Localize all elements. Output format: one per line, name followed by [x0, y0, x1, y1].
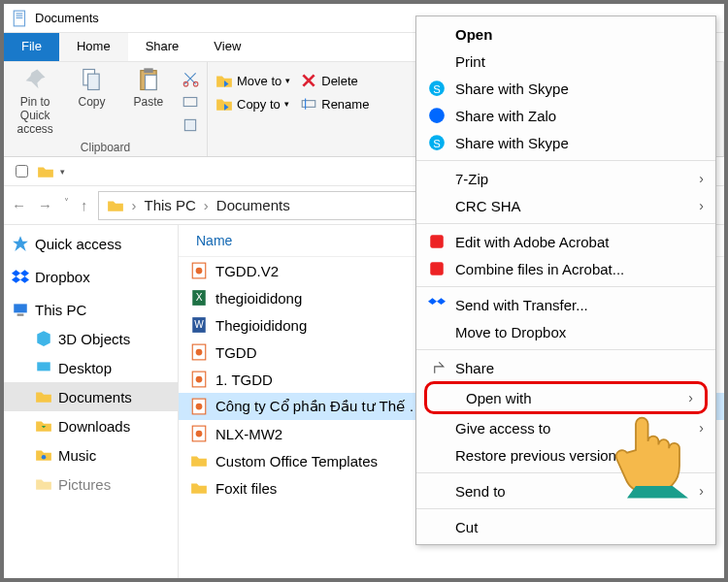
svg-rect-11 [183, 98, 197, 107]
svg-rect-8 [145, 75, 156, 89]
pin-to-quick-access-button[interactable]: Pin to Quick access [12, 66, 58, 136]
nav-recent-button[interactable]: ˅ [64, 197, 69, 213]
folder-icon [35, 388, 52, 405]
ctx-cut[interactable]: Cut [416, 513, 715, 540]
svg-point-20 [196, 268, 203, 275]
pin-icon [21, 66, 49, 93]
ctx-open[interactable]: Open [416, 20, 715, 48]
cut-icon[interactable] [182, 70, 199, 87]
chevron-right-icon: › [699, 483, 704, 499]
ribbon-group-clipboard-label: Clipboard [12, 141, 199, 154]
ctx-restore-previous[interactable]: Restore previous versions [416, 441, 715, 469]
paste-icon [135, 66, 162, 93]
context-menu: Open Print SShare with Skype Share with … [415, 16, 716, 545]
svg-point-18 [42, 455, 47, 460]
crumb-this-pc[interactable]: This PC [145, 197, 196, 213]
folder-icon [190, 452, 208, 469]
separator [416, 472, 715, 473]
pdf-icon [190, 371, 208, 388]
ctx-share-skype[interactable]: SShare with Skype [416, 75, 715, 102]
move-to-button[interactable]: Move to ▾ [215, 72, 290, 89]
sidebar-item-quick-access[interactable]: Quick access [4, 229, 178, 258]
delete-button[interactable]: Delete [300, 72, 369, 89]
svg-rect-3 [17, 16, 23, 17]
svg-rect-15 [14, 304, 27, 312]
svg-rect-12 [184, 119, 195, 130]
svg-rect-13 [303, 101, 316, 108]
rename-button[interactable]: Rename [300, 95, 369, 113]
folder-copy-icon [215, 95, 233, 113]
music-icon [35, 446, 52, 464]
ctx-crc-sha[interactable]: CRC SHA› [416, 192, 715, 219]
crumb-documents[interactable]: Documents [216, 197, 290, 213]
copy-path-icon[interactable] [182, 93, 199, 111]
chevron-right-icon: › [688, 390, 693, 405]
delete-icon [300, 72, 317, 89]
skype-icon: S [428, 80, 446, 97]
ctx-give-access-to[interactable]: Give access to› [416, 414, 715, 441]
ctx-send-to[interactable]: Send to› [416, 477, 715, 504]
pdf-icon [190, 343, 208, 361]
sidebar-item-this-pc[interactable]: This PC [4, 295, 178, 324]
copy-icon [78, 66, 105, 93]
paste-button[interactable]: Paste [125, 66, 172, 109]
star-icon [12, 235, 29, 252]
pdf-icon [190, 425, 208, 442]
pdf-icon [190, 398, 208, 415]
word-icon: W [190, 316, 208, 334]
separator [416, 223, 715, 224]
share-icon [428, 359, 446, 376]
separator [416, 349, 715, 350]
ctx-send-transfer[interactable]: Send with Transfer... [416, 291, 715, 318]
pdf-icon [190, 262, 208, 279]
svg-rect-2 [17, 15, 23, 16]
dropbox-icon [428, 296, 446, 313]
svg-rect-17 [37, 362, 50, 371]
chevron-right-icon: › [699, 420, 704, 436]
tab-file[interactable]: File [4, 33, 59, 61]
tab-view[interactable]: View [196, 33, 258, 61]
dropbox-icon [12, 268, 29, 285]
tab-share[interactable]: Share [128, 33, 197, 61]
ctx-edit-acrobat[interactable]: Edit with Adobe Acrobat [416, 228, 715, 255]
svg-rect-5 [88, 74, 100, 89]
sidebar-item-pictures[interactable]: Pictures [4, 469, 178, 499]
chevron-right-icon: › [699, 198, 704, 213]
ctx-move-dropbox[interactable]: Move to Dropbox [416, 318, 715, 345]
skype-icon: S [428, 134, 446, 151]
nav-back-button[interactable]: ← [12, 197, 26, 213]
acrobat-icon [428, 233, 446, 250]
sidebar-item-downloads[interactable]: Downloads [4, 411, 178, 440]
folder-icon [190, 479, 208, 497]
separator [416, 286, 715, 287]
ctx-combine-acrobat[interactable]: Combine files in Acrobat... [416, 255, 715, 282]
ctx-open-with[interactable]: Open with› [427, 384, 705, 411]
svg-rect-1 [17, 13, 23, 14]
rename-icon [300, 95, 317, 113]
download-icon [35, 417, 52, 435]
copy-button[interactable]: Copy [68, 66, 115, 109]
select-all-checkbox[interactable] [16, 165, 28, 178]
nav-forward-button[interactable]: → [38, 197, 52, 213]
sidebar-item-dropbox[interactable]: Dropbox [4, 262, 178, 291]
ctx-share-zalo[interactable]: Share with Zalo [416, 102, 715, 129]
svg-text:S: S [433, 83, 441, 95]
sidebar-item-desktop[interactable]: Desktop [4, 353, 178, 382]
ctx-share-skype[interactable]: SShare with Skype [416, 129, 715, 156]
svg-rect-38 [430, 235, 444, 248]
nav-up-button[interactable]: ↑ [81, 197, 88, 213]
zalo-icon [428, 107, 446, 124]
svg-point-32 [196, 431, 203, 437]
tab-home[interactable]: Home [59, 33, 128, 61]
ctx-share[interactable]: Share [416, 354, 715, 381]
desktop-icon [35, 359, 52, 376]
sidebar-item-music[interactable]: Music [4, 440, 178, 469]
app-icon [12, 10, 29, 27]
ctx-7zip[interactable]: 7-Zip› [416, 165, 715, 192]
ctx-print[interactable]: Print [416, 48, 715, 75]
paste-shortcut-icon[interactable] [182, 116, 199, 134]
sidebar-item-3d-objects[interactable]: 3D Objects [4, 324, 178, 353]
copy-to-button[interactable]: Copy to ▾ [215, 95, 290, 113]
svg-point-30 [196, 404, 203, 410]
sidebar-item-documents[interactable]: Documents [4, 382, 178, 411]
